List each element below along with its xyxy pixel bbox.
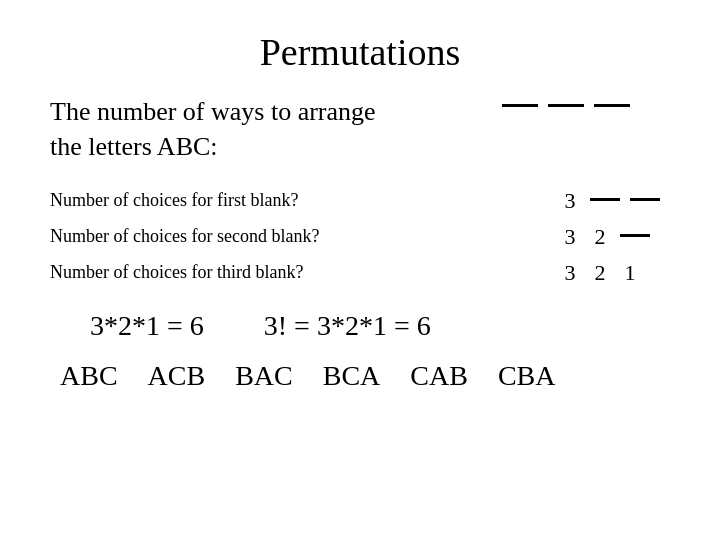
choice-row-1-blank1 (590, 198, 620, 201)
blank-1 (502, 104, 538, 107)
choice-row-2-blank1 (620, 234, 650, 237)
choices-labels: Number of choices for first blank? Numbe… (50, 182, 560, 290)
formula2: 3! = 3*2*1 = 6 (264, 310, 431, 342)
permutation-item: ABC (60, 360, 118, 392)
permutation-item: CBA (498, 360, 556, 392)
choice-row-1-num: 3 (560, 182, 580, 219)
choice-row-3-num2: 2 (590, 254, 610, 291)
intro-line2: the letters ABC: (50, 129, 376, 164)
choice-row-2: 3 2 (560, 218, 660, 254)
permutation-item: ACB (148, 360, 206, 392)
choice-row-3-num1: 3 (560, 254, 580, 291)
permutation-item: BCA (323, 360, 381, 392)
choice-label-2: Number of choices for second blank? (50, 218, 560, 254)
choice-row-3: 3 2 1 (560, 254, 660, 290)
permutations-row: ABCACBBACBCACABCBA (60, 360, 670, 392)
choice-row-1-blank2 (630, 198, 660, 201)
choice-label-1: Number of choices for first blank? (50, 182, 560, 218)
intro-line1: The number of ways to arrange (50, 94, 376, 129)
permutation-item: BAC (235, 360, 293, 392)
intro-text: The number of ways to arrange the letter… (50, 94, 376, 164)
formulas-row: 3*2*1 = 6 3! = 3*2*1 = 6 (90, 310, 670, 342)
choice-row-2-num1: 3 (560, 218, 580, 255)
choices-values: 3 3 2 3 2 1 (560, 182, 660, 290)
blank-3 (594, 104, 630, 107)
choice-label-3: Number of choices for third blank? (50, 254, 560, 290)
blank-2 (548, 104, 584, 107)
choice-row-3-num3: 1 (620, 254, 640, 291)
intro-block: The number of ways to arrange the letter… (50, 94, 670, 164)
slide: Permutations The number of ways to arran… (0, 0, 720, 540)
formula1: 3*2*1 = 6 (90, 310, 204, 342)
choice-row-1: 3 (560, 182, 660, 218)
top-blanks (502, 94, 630, 109)
page-title: Permutations (50, 30, 670, 74)
choices-section: Number of choices for first blank? Numbe… (50, 182, 670, 290)
permutation-item: CAB (410, 360, 468, 392)
choice-row-2-num2: 2 (590, 218, 610, 255)
